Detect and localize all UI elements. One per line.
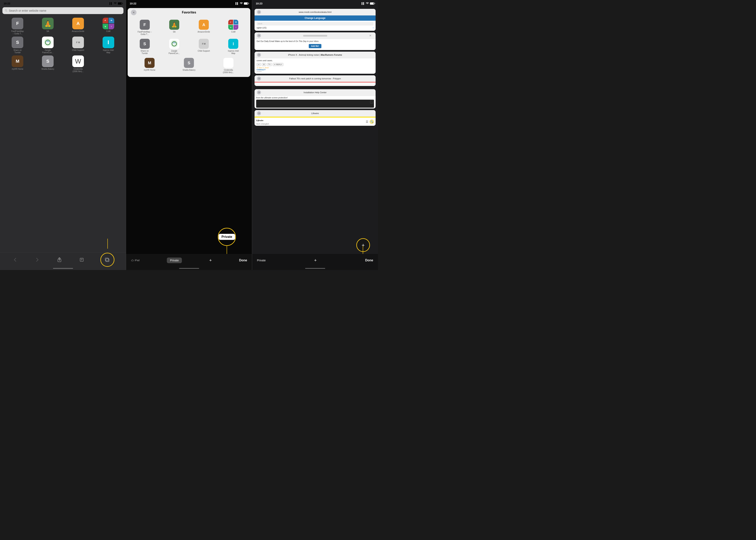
share-button[interactable]	[56, 256, 63, 263]
done-button-p2[interactable]: Done	[239, 259, 247, 262]
overlay-fav-amazon[interactable]: A AmazonSmile	[190, 20, 218, 36]
tab-card-lifewire[interactable]: ✕ Lifewire Lifewire Tech Untangled ☰ 🔍	[255, 110, 376, 126]
tab-switcher-button[interactable]	[104, 256, 111, 263]
tab-content-macrumors: covers and cases. ↩ ⬆ ❝+ ↩ REPLY ⏱ Nov 2…	[255, 58, 376, 74]
forward-button[interactable]	[34, 256, 41, 263]
tab-card-email[interactable]: ✕ ✕ Get Our Daily Email Wake up to the b…	[255, 32, 376, 50]
svg-line-1	[7, 11, 7, 12]
reply-up-btn[interactable]: ⬆	[262, 63, 266, 66]
fav-com[interactable]: P ✉ N I CoM	[94, 18, 123, 35]
home-indicator-2	[179, 268, 199, 269]
wifi-icon-2	[240, 2, 243, 5]
search-bar[interactable]: Search or enter website name	[2, 7, 124, 14]
fav-icon-child-support: FM	[72, 37, 84, 48]
fav-amazon[interactable]: A AmazonSmile	[64, 18, 92, 35]
overlay-icon-sa: 🧘	[169, 20, 179, 30]
panel3-bottom-bar: Private + Done	[252, 254, 378, 270]
overlay-label-sa: SA	[173, 31, 175, 33]
signal-icon-3: ▌▌	[362, 2, 365, 5]
tab-header-email: ✕ ✕	[255, 32, 376, 39]
reply-reply-btn[interactable]: ↩ REPLY	[272, 63, 283, 66]
tab-close-polygon[interactable]: ✕	[257, 76, 261, 80]
overlay-label-ingress: Ingress Intel Map	[226, 50, 241, 55]
overlay-fav-fastpokemap[interactable]: F FastPokeMap – Gotta T...	[131, 20, 159, 36]
fav-cinderella[interactable]: W Cinderella (2006 film)...	[64, 56, 92, 73]
fav-label-child-support: Child Support	[72, 49, 84, 52]
fav-icon-myhr: M	[12, 56, 23, 67]
add-me-button[interactable]: Add Me!	[309, 44, 321, 48]
fav-zangle[interactable]: Zangle ParentCon...	[34, 37, 62, 54]
fav-share-tumblr[interactable]: S Share on Tumblr	[3, 37, 32, 54]
tab-card-installation[interactable]: ✕ Installation Help Center from the ulti…	[255, 89, 376, 108]
tab-card-nnedi[interactable]: ✕ www.nnedi.com/books/akata.html Change …	[255, 9, 376, 31]
fav-label-com: CoM	[106, 30, 110, 33]
fav-fastpokemap[interactable]: F FastPokeMap – Gotta T...	[3, 18, 32, 35]
fav-icon-sa: 🧘	[42, 18, 54, 29]
fav-myhr[interactable]: M myHR Home	[3, 56, 32, 73]
fav-child-support[interactable]: FM Child Support	[64, 37, 92, 54]
fav-icon-fastpokemap: F	[12, 18, 23, 29]
overlay-fav-zangle[interactable]: Zangle ParentCon...	[161, 39, 188, 55]
favorites-overlay: ✕ Favorites F FastPokeMap – Gotta T... 🧘…	[128, 8, 250, 77]
arrow-to-private	[227, 245, 227, 254]
signal-icon-1: ▌▌	[109, 2, 113, 5]
overlay-label-shatila: Shatila Bakery	[182, 69, 195, 71]
overlay-fav-com[interactable]: P ✉ N I CoM	[220, 20, 247, 36]
overlay-fav-sa[interactable]: 🧘 SA	[161, 20, 188, 36]
private-tab-button[interactable]: Private	[167, 258, 182, 263]
fullscreen-icon: ⤡	[370, 100, 374, 103]
add-tab-p3[interactable]: +	[314, 258, 317, 263]
reply-back-btn[interactable]: ↩	[257, 63, 261, 66]
overlay-fav-tumblr[interactable]: S Share on Tumblr	[131, 39, 159, 55]
private-label-p3[interactable]: Private	[257, 259, 266, 262]
back-button[interactable]	[11, 256, 19, 263]
tab-url-email	[261, 34, 369, 37]
status-time-3: 10:23	[256, 2, 263, 5]
overlay-fav-myhr[interactable]: M myHR Home	[131, 58, 168, 74]
overlay-fav-cinderella[interactable]: W Cinderella (2006 film)...	[210, 58, 247, 74]
tab-close-installation[interactable]: ✕	[257, 90, 261, 94]
fav-label-sa: SA	[47, 30, 49, 33]
overlay-fav-grid-row2: S Share on Tumblr Zangle ParentCon...	[131, 38, 247, 56]
overlay-close-button[interactable]: ✕	[131, 10, 137, 15]
tab-close-macrumors[interactable]: ✕	[257, 53, 261, 57]
private-button[interactable]: Private	[219, 234, 235, 240]
panel-favorites-modal: 10:22 ▌▌ ✕ Favorites F FastPokeMap – Got…	[126, 0, 252, 270]
done-button-p3[interactable]: Done	[365, 259, 373, 262]
lifewire-logo: Lifewire	[256, 118, 270, 123]
overlay-label-child-support: Child Support	[198, 50, 210, 52]
tab-content-nnedi: earch nglish (US) ›	[255, 21, 376, 31]
reply-quote-btn[interactable]: ❝+	[267, 63, 272, 66]
tab-change-language-title: Change Language	[255, 16, 376, 21]
close-x-email[interactable]: ✕	[369, 34, 372, 37]
tab-header-installation: ✕ Installation Help Center	[255, 89, 376, 96]
add-tab-button[interactable]: +	[209, 258, 212, 263]
tab-title-installation: Installation Help Center	[261, 91, 369, 94]
lifewire-menu-icon[interactable]: ☰	[366, 120, 369, 123]
fav-icon-tumblr: S	[12, 37, 23, 48]
overlay-icon-ingress: I	[228, 39, 238, 49]
fav-ingress[interactable]: I Ingress Intel Map	[94, 37, 123, 54]
panel2-bottom-bar: iPad Private + Done	[126, 254, 252, 270]
fav-icon-amazon: A	[72, 18, 84, 29]
macrumors-date: ⏱ Nov 2, 2018	[257, 67, 374, 69]
fav-sa[interactable]: 🧘 SA	[34, 18, 62, 35]
add-tab-button-circle[interactable]: +	[362, 242, 365, 248]
status-bar-3: 10:23 ▌▌	[252, 0, 378, 6]
overlay-fav-ingress[interactable]: I Ingress Intel Map	[220, 39, 247, 55]
tab-card-macrumors[interactable]: ✕ iPhone X - Animoji ticking noise | Mac…	[255, 52, 376, 74]
tab-card-polygon[interactable]: ✕ Fallout 76's next patch is coming tomo…	[255, 75, 376, 86]
signal-icon-2: ▌▌	[236, 2, 239, 5]
lifewire-search-icon[interactable]: 🔍	[370, 119, 374, 124]
tab-close-lifewire[interactable]: ✕	[257, 111, 261, 115]
ipad-label: iPad	[135, 259, 140, 262]
bookmarks-button[interactable]	[78, 256, 85, 263]
tab-title-lifewire: Lifewire	[261, 112, 369, 114]
overlay-label-myhr: myHR Home	[144, 69, 156, 71]
home-indicator-3	[305, 268, 325, 269]
fav-shatila[interactable]: S Shatila Bakery	[34, 56, 62, 73]
overlay-fav-child-support[interactable]: FM Child Support	[190, 39, 218, 55]
tab-close-email[interactable]: ✕	[257, 34, 261, 38]
overlay-fav-shatila[interactable]: S Shatila Bakery	[170, 58, 208, 74]
tab-close-nnedi[interactable]: ✕	[257, 10, 261, 14]
